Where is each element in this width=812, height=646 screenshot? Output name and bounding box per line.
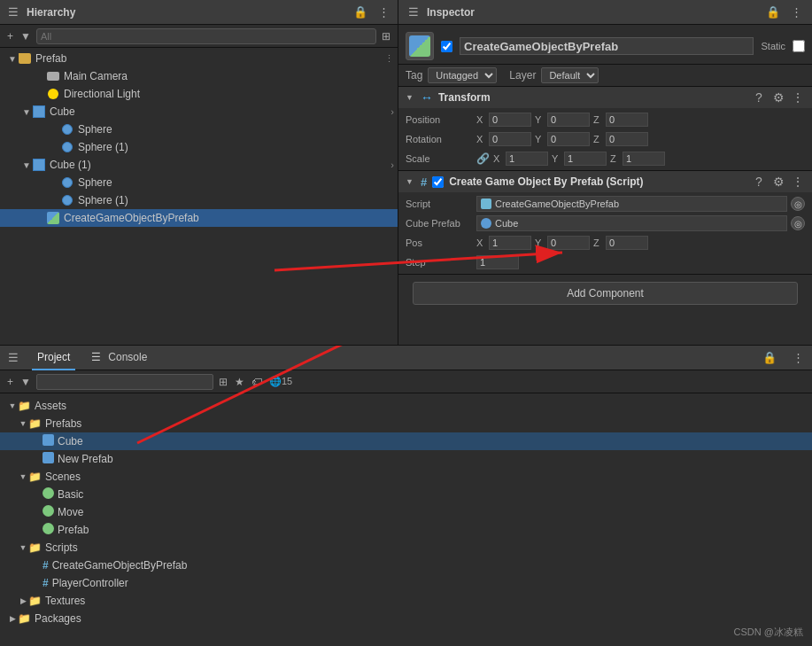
inspector-lock-icon[interactable]: 🔒 — [763, 4, 783, 19]
pos-z-input[interactable] — [606, 113, 648, 127]
cube-prefab-circle-btn[interactable]: ◎ — [791, 216, 805, 230]
hierarchy-item-cube[interactable]: ▼ Cube › — [0, 103, 398, 121]
camera-icon — [46, 69, 60, 83]
creatego-script-label: CreateGameObjectByPrefab — [52, 559, 188, 572]
hierarchy-item-sphere1a[interactable]: Sphere (1) — [0, 138, 398, 156]
transform-body: Position X Y Z — [398, 108, 812, 170]
hierarchy-filter-icon[interactable]: ⊞ — [380, 28, 392, 44]
inspector-menu-icon[interactable]: ☰ — [406, 4, 421, 19]
hierarchy-arrow-icon[interactable]: ▼ — [19, 28, 33, 44]
scenes-folder[interactable]: ▼ 📁 Scenes — [0, 468, 812, 486]
hierarchy-search-input[interactable] — [36, 28, 376, 44]
script-body: Script CreateGameObjectByPrefab ◎ Cube P… — [398, 192, 812, 274]
prefabs-label: Prefabs — [45, 417, 81, 430]
static-checkbox[interactable] — [793, 40, 805, 52]
project-more-icon[interactable]: ⋮ — [790, 350, 807, 365]
sca-z-input[interactable] — [623, 152, 665, 166]
go-name-input[interactable] — [460, 37, 754, 55]
hierarchy-item-cube1[interactable]: ▼ Cube (1) › — [0, 156, 398, 174]
project-menu-icon[interactable]: ☰ — [5, 350, 21, 365]
hierarchy-panel: ☰ Hierarchy 🔒 ⋮ + ▼ ⊞ ▼ Prefab ⋮ — [0, 0, 398, 345]
hierarchy-menu-icon[interactable]: ☰ — [5, 4, 21, 19]
tag-dropdown[interactable]: Untagged — [428, 67, 497, 83]
toolbar-plus-icon[interactable]: + — [5, 374, 15, 390]
packages-folder-icon: 📁 — [18, 612, 31, 625]
layer-dropdown[interactable]: Default — [541, 67, 599, 83]
toolbar-star-icon[interactable]: ★ — [233, 374, 246, 390]
transform-settings-icon[interactable]: ⚙ — [771, 90, 785, 105]
toolbar-grid-icon[interactable]: ⊞ — [217, 374, 229, 390]
go-active-checkbox[interactable] — [441, 41, 452, 52]
toolbar-arrow-icon[interactable]: ▼ — [19, 374, 33, 390]
toolbar-tag-icon[interactable]: 🏷 — [250, 374, 264, 390]
scene-basic[interactable]: Basic — [0, 486, 812, 503]
script-circle-btn[interactable]: ◎ — [791, 197, 805, 211]
project-search-input[interactable] — [36, 374, 213, 390]
cube-prefab-field[interactable]: Cube — [476, 215, 787, 231]
hierarchy-add-icon[interactable]: + — [5, 28, 15, 44]
hierarchy-item-sphere2a[interactable]: Sphere (1) — [0, 191, 398, 209]
script-pos-x-input[interactable] — [489, 236, 531, 250]
script-active-checkbox[interactable] — [432, 176, 444, 188]
transform-help-icon[interactable]: ? — [752, 90, 766, 105]
script-help-icon[interactable]: ? — [752, 175, 766, 189]
sca-y-input[interactable] — [564, 152, 607, 166]
script-obj-field[interactable]: CreateGameObjectByPrefab — [476, 196, 787, 212]
hierarchy-lock-icon[interactable]: 🔒 — [351, 4, 370, 19]
script-pos-y-group: Y — [535, 236, 590, 250]
scale-link-icon[interactable]: 🔗 — [476, 152, 490, 165]
prefabs-caret: ▼ — [18, 419, 28, 428]
script-header[interactable]: ▼ # Create Game Object By Prefab (Script… — [398, 171, 812, 192]
new-prefab-item[interactable]: New Prefab — [0, 450, 812, 468]
script-pos-z-group: Z — [593, 236, 648, 250]
tab-project-label: Project — [37, 351, 70, 363]
rot-z-input[interactable] — [606, 132, 648, 146]
inspector-content: Static Tag Untagged Layer Default ▼ — [398, 25, 812, 345]
prefabs-folder-icon: 📁 — [28, 417, 42, 430]
sca-x-input[interactable] — [506, 152, 548, 166]
hierarchy-item-directional-light[interactable]: Directional Light — [0, 85, 398, 103]
script-pos-y-input[interactable] — [547, 236, 590, 250]
project-lock-icon[interactable]: 🔒 — [760, 350, 779, 365]
assets-root[interactable]: ▼ 📁 Assets — [0, 397, 812, 415]
script-more-icon[interactable]: ⋮ — [791, 175, 805, 189]
textures-folder[interactable]: ▶ 📁 Textures — [0, 592, 812, 610]
scene-prefab[interactable]: Prefab — [0, 521, 812, 539]
script-playercontroller[interactable]: # PlayerController — [0, 574, 812, 592]
cube1-arrow: ▼ — [21, 160, 32, 170]
add-component-button[interactable]: Add Component — [413, 282, 798, 305]
rot-x-input[interactable] — [489, 132, 531, 146]
main-camera-label: Main Camera — [64, 70, 128, 82]
scene-move[interactable]: Move — [0, 503, 812, 521]
tab-console[interactable]: ☰ Console — [86, 346, 152, 370]
project-toolbar: + ▼ ⊞ ★ 🏷 🌐15 — [0, 370, 812, 393]
prefabs-folder[interactable]: ▼ 📁 Prefabs — [0, 415, 812, 432]
rot-y-input[interactable] — [547, 132, 590, 146]
scripts-folder[interactable]: ▼ 📁 Scripts — [0, 539, 812, 556]
tab-project[interactable]: Project — [32, 346, 75, 370]
hierarchy-item-prefab[interactable]: ▼ Prefab ⋮ — [0, 50, 398, 67]
hierarchy-item-sphere1[interactable]: Sphere — [0, 121, 398, 138]
script-pos-label: Pos — [406, 237, 476, 248]
pos-y-input[interactable] — [547, 113, 590, 127]
move-label: Move — [58, 506, 83, 518]
hierarchy-item-sphere2[interactable]: Sphere — [0, 174, 398, 191]
prefab-more-icon[interactable]: ⋮ — [384, 53, 394, 65]
pos-x-input[interactable] — [489, 113, 531, 127]
inspector-more-icon[interactable]: ⋮ — [788, 4, 805, 19]
hierarchy-item-main-camera[interactable]: Main Camera — [0, 67, 398, 85]
transform-more-icon[interactable]: ⋮ — [791, 90, 805, 105]
step-input[interactable] — [476, 255, 519, 269]
hierarchy-title: Hierarchy — [27, 6, 345, 19]
hierarchy-item-creatego[interactable]: CreateGameObjectByPrefab — [0, 209, 398, 227]
cube-prefab-item[interactable]: Cube — [0, 432, 812, 450]
script-settings-icon[interactable]: ⚙ — [771, 175, 785, 189]
hierarchy-more-icon[interactable]: ⋮ — [375, 4, 392, 19]
cube-arrow-right: › — [391, 106, 394, 117]
playercontroller-label: PlayerController — [52, 577, 128, 589]
transform-header[interactable]: ▼ ↔ Transform ? ⚙ ⋮ — [398, 87, 812, 108]
script-pos-x-label: X — [476, 237, 487, 248]
packages-folder[interactable]: ▶ 📁 Packages — [0, 610, 812, 627]
script-creatego[interactable]: # CreateGameObjectByPrefab — [0, 556, 812, 574]
script-pos-z-input[interactable] — [606, 236, 648, 250]
